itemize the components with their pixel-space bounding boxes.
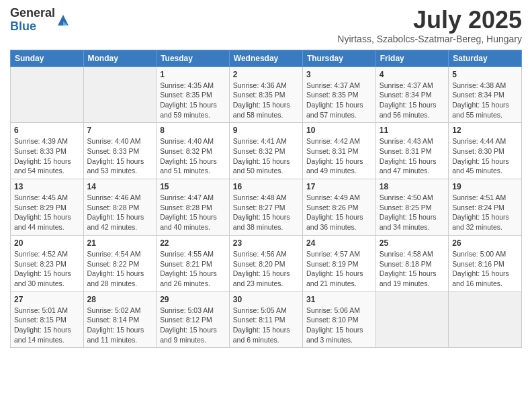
day-detail: Sunrise: 4:37 AMSunset: 8:34 PMDaylight:… <box>380 81 445 120</box>
calendar-header-row: SundayMondayTuesdayWednesdayThursdayFrid… <box>11 50 522 66</box>
day-detail: Sunrise: 4:46 AMSunset: 8:28 PMDaylight:… <box>87 193 153 232</box>
day-number: 2 <box>233 70 299 79</box>
day-number: 1 <box>160 70 226 79</box>
day-number: 4 <box>380 70 445 79</box>
calendar-cell: 18Sunrise: 4:50 AMSunset: 8:25 PMDayligh… <box>375 179 448 236</box>
day-number: 5 <box>452 70 518 79</box>
calendar-cell: 13Sunrise: 4:45 AMSunset: 8:29 PMDayligh… <box>11 179 84 236</box>
calendar-table: SundayMondayTuesdayWednesdayThursdayFrid… <box>10 50 522 349</box>
page-header: General Blue July 2025 Nyirtass, Szabolc… <box>10 7 522 44</box>
calendar-cell: 17Sunrise: 4:49 AMSunset: 8:26 PMDayligh… <box>302 179 375 236</box>
calendar-cell: 12Sunrise: 4:44 AMSunset: 8:30 PMDayligh… <box>449 123 522 179</box>
calendar-cell: 9Sunrise: 4:41 AMSunset: 8:32 PMDaylight… <box>229 123 302 179</box>
day-number: 20 <box>14 238 80 248</box>
day-detail: Sunrise: 4:58 AMSunset: 8:18 PMDaylight:… <box>380 249 445 289</box>
day-number: 28 <box>87 295 153 304</box>
day-detail: Sunrise: 4:38 AMSunset: 8:34 PMDaylight:… <box>452 81 518 120</box>
weekday-header: Saturday <box>449 50 522 66</box>
calendar-cell: 24Sunrise: 4:57 AMSunset: 8:19 PMDayligh… <box>302 235 375 291</box>
calendar-cell <box>449 291 522 348</box>
day-detail: Sunrise: 5:06 AMSunset: 8:10 PMDaylight:… <box>306 306 372 345</box>
logo-general-text: General <box>10 7 55 20</box>
calendar-cell: 10Sunrise: 4:42 AMSunset: 8:31 PMDayligh… <box>302 123 375 179</box>
day-number: 14 <box>87 182 153 191</box>
day-number: 23 <box>233 238 299 248</box>
day-detail: Sunrise: 4:42 AMSunset: 8:31 PMDaylight:… <box>306 136 372 176</box>
day-number: 30 <box>233 295 299 304</box>
day-number: 11 <box>380 126 445 135</box>
calendar-cell: 11Sunrise: 4:43 AMSunset: 8:31 PMDayligh… <box>375 123 448 179</box>
location-text: Nyirtass, Szabolcs-Szatmar-Bereg, Hungar… <box>337 34 522 44</box>
day-number: 29 <box>160 295 226 304</box>
day-detail: Sunrise: 4:55 AMSunset: 8:21 PMDaylight:… <box>160 249 226 289</box>
logo: General Blue <box>10 7 70 34</box>
calendar-week-row: 6Sunrise: 4:39 AMSunset: 8:33 PMDaylight… <box>11 123 522 179</box>
day-detail: Sunrise: 4:52 AMSunset: 8:23 PMDaylight:… <box>14 249 80 289</box>
day-detail: Sunrise: 4:57 AMSunset: 8:19 PMDaylight:… <box>306 249 372 289</box>
day-number: 24 <box>306 238 372 248</box>
calendar-week-row: 27Sunrise: 5:01 AMSunset: 8:15 PMDayligh… <box>11 291 522 348</box>
calendar-cell: 2Sunrise: 4:36 AMSunset: 8:35 PMDaylight… <box>229 66 302 123</box>
day-detail: Sunrise: 5:05 AMSunset: 8:11 PMDaylight:… <box>233 306 299 345</box>
day-number: 8 <box>160 126 226 135</box>
calendar-cell <box>83 66 157 123</box>
day-number: 17 <box>306 182 372 191</box>
calendar-cell: 27Sunrise: 5:01 AMSunset: 8:15 PMDayligh… <box>11 291 84 348</box>
day-number: 7 <box>87 126 153 135</box>
day-detail: Sunrise: 4:54 AMSunset: 8:22 PMDaylight:… <box>87 249 153 289</box>
day-detail: Sunrise: 5:03 AMSunset: 8:12 PMDaylight:… <box>160 306 226 345</box>
calendar-cell: 23Sunrise: 4:56 AMSunset: 8:20 PMDayligh… <box>229 235 302 291</box>
day-number: 9 <box>233 126 299 135</box>
calendar-cell: 19Sunrise: 4:51 AMSunset: 8:24 PMDayligh… <box>449 179 522 236</box>
month-title: July 2025 <box>337 7 522 34</box>
day-detail: Sunrise: 4:44 AMSunset: 8:30 PMDaylight:… <box>452 136 518 176</box>
calendar-cell: 28Sunrise: 5:02 AMSunset: 8:14 PMDayligh… <box>83 291 157 348</box>
day-detail: Sunrise: 5:01 AMSunset: 8:15 PMDaylight:… <box>14 306 80 345</box>
day-detail: Sunrise: 4:37 AMSunset: 8:35 PMDaylight:… <box>306 81 372 120</box>
day-number: 27 <box>14 295 80 304</box>
calendar-cell: 3Sunrise: 4:37 AMSunset: 8:35 PMDaylight… <box>302 66 375 123</box>
day-detail: Sunrise: 4:50 AMSunset: 8:25 PMDaylight:… <box>380 193 445 232</box>
day-number: 21 <box>87 238 153 248</box>
calendar-week-row: 13Sunrise: 4:45 AMSunset: 8:29 PMDayligh… <box>11 179 522 236</box>
day-number: 25 <box>380 238 445 248</box>
day-number: 22 <box>160 238 226 248</box>
calendar-cell: 26Sunrise: 5:00 AMSunset: 8:16 PMDayligh… <box>449 235 522 291</box>
weekday-header: Thursday <box>302 50 375 66</box>
calendar-cell: 21Sunrise: 4:54 AMSunset: 8:22 PMDayligh… <box>83 235 157 291</box>
day-detail: Sunrise: 4:40 AMSunset: 8:32 PMDaylight:… <box>160 136 226 176</box>
calendar-cell <box>11 66 84 123</box>
day-detail: Sunrise: 4:41 AMSunset: 8:32 PMDaylight:… <box>233 136 299 176</box>
day-detail: Sunrise: 4:47 AMSunset: 8:28 PMDaylight:… <box>160 193 226 232</box>
calendar-cell: 7Sunrise: 4:40 AMSunset: 8:33 PMDaylight… <box>83 123 157 179</box>
day-number: 26 <box>452 238 518 248</box>
day-number: 10 <box>306 126 372 135</box>
day-number: 15 <box>160 182 226 191</box>
calendar-cell: 30Sunrise: 5:05 AMSunset: 8:11 PMDayligh… <box>229 291 302 348</box>
weekday-header: Wednesday <box>229 50 302 66</box>
calendar-week-row: 1Sunrise: 4:35 AMSunset: 8:35 PMDaylight… <box>11 66 522 123</box>
day-detail: Sunrise: 5:00 AMSunset: 8:16 PMDaylight:… <box>452 249 518 289</box>
weekday-header: Friday <box>375 50 448 66</box>
day-number: 18 <box>380 182 445 191</box>
calendar-cell: 22Sunrise: 4:55 AMSunset: 8:21 PMDayligh… <box>157 235 230 291</box>
day-number: 19 <box>452 182 518 191</box>
day-detail: Sunrise: 4:49 AMSunset: 8:26 PMDaylight:… <box>306 193 372 232</box>
day-detail: Sunrise: 4:48 AMSunset: 8:27 PMDaylight:… <box>233 193 299 232</box>
day-detail: Sunrise: 4:51 AMSunset: 8:24 PMDaylight:… <box>452 193 518 232</box>
day-number: 12 <box>452 126 518 135</box>
day-number: 31 <box>306 295 372 304</box>
day-number: 6 <box>14 126 80 135</box>
day-detail: Sunrise: 4:39 AMSunset: 8:33 PMDaylight:… <box>14 136 80 176</box>
calendar-cell: 31Sunrise: 5:06 AMSunset: 8:10 PMDayligh… <box>302 291 375 348</box>
day-detail: Sunrise: 4:43 AMSunset: 8:31 PMDaylight:… <box>380 136 445 176</box>
calendar-cell: 29Sunrise: 5:03 AMSunset: 8:12 PMDayligh… <box>157 291 230 348</box>
calendar-cell: 1Sunrise: 4:35 AMSunset: 8:35 PMDaylight… <box>157 66 230 123</box>
calendar-cell: 15Sunrise: 4:47 AMSunset: 8:28 PMDayligh… <box>157 179 230 236</box>
calendar-week-row: 20Sunrise: 4:52 AMSunset: 8:23 PMDayligh… <box>11 235 522 291</box>
calendar-cell: 14Sunrise: 4:46 AMSunset: 8:28 PMDayligh… <box>83 179 157 236</box>
day-detail: Sunrise: 4:36 AMSunset: 8:35 PMDaylight:… <box>233 81 299 120</box>
calendar-cell <box>375 291 448 348</box>
calendar-cell: 20Sunrise: 4:52 AMSunset: 8:23 PMDayligh… <box>11 235 84 291</box>
logo-icon <box>56 13 70 27</box>
